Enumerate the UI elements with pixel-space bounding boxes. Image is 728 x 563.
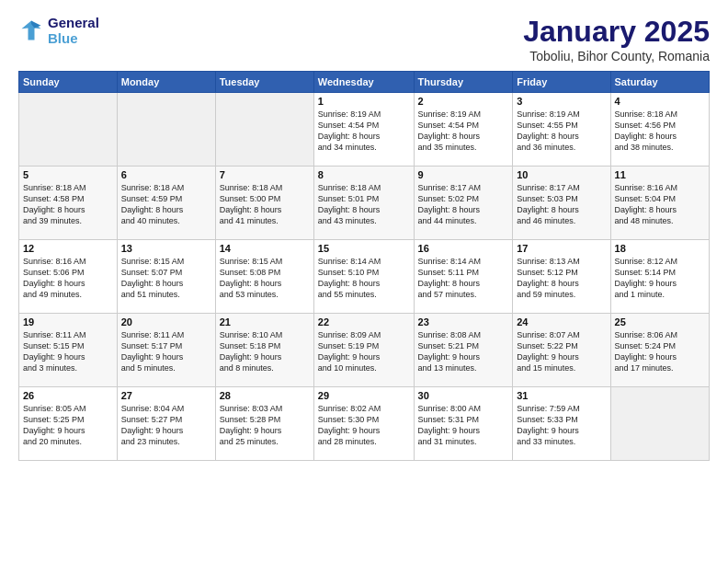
day-info: Sunrise: 8:15 AM Sunset: 5:08 PM Dayligh… — [220, 256, 310, 301]
calendar-day-cell: 28Sunrise: 8:03 AM Sunset: 5:28 PM Dayli… — [215, 387, 313, 461]
calendar-header-row: SundayMondayTuesdayWednesdayThursdayFrid… — [19, 72, 710, 93]
calendar-day-cell — [610, 387, 709, 461]
day-number: 20 — [121, 316, 211, 327]
calendar-day-cell: 1Sunrise: 8:19 AM Sunset: 4:54 PM Daylig… — [313, 93, 414, 167]
calendar-week-row: 19Sunrise: 8:11 AM Sunset: 5:15 PM Dayli… — [19, 314, 710, 387]
calendar-week-row: 1Sunrise: 8:19 AM Sunset: 4:54 PM Daylig… — [19, 93, 710, 167]
day-number: 21 — [220, 316, 310, 327]
calendar-day-cell: 2Sunrise: 8:19 AM Sunset: 4:54 PM Daylig… — [414, 93, 513, 167]
day-number: 16 — [418, 243, 509, 254]
calendar-day-cell: 9Sunrise: 8:17 AM Sunset: 5:02 PM Daylig… — [414, 167, 513, 240]
day-of-week-header: Saturday — [610, 72, 709, 93]
day-number: 2 — [418, 96, 509, 107]
calendar-day-cell: 29Sunrise: 8:02 AM Sunset: 5:30 PM Dayli… — [313, 387, 414, 461]
day-number: 15 — [318, 243, 410, 254]
day-number: 11 — [615, 169, 705, 180]
day-number: 24 — [517, 316, 606, 327]
calendar-week-row: 26Sunrise: 8:05 AM Sunset: 5:25 PM Dayli… — [19, 387, 710, 461]
day-number: 14 — [220, 243, 310, 254]
day-of-week-header: Tuesday — [215, 72, 313, 93]
day-info: Sunrise: 8:14 AM Sunset: 5:10 PM Dayligh… — [318, 256, 410, 301]
calendar-day-cell: 14Sunrise: 8:15 AM Sunset: 5:08 PM Dayli… — [215, 240, 313, 314]
calendar-week-row: 5Sunrise: 8:18 AM Sunset: 4:58 PM Daylig… — [19, 167, 710, 240]
calendar-subtitle: Toboliu, Bihor County, Romania — [523, 49, 710, 63]
calendar-day-cell: 6Sunrise: 8:18 AM Sunset: 4:59 PM Daylig… — [117, 167, 215, 240]
day-info: Sunrise: 8:18 AM Sunset: 4:59 PM Dayligh… — [121, 182, 211, 227]
day-info: Sunrise: 8:17 AM Sunset: 5:03 PM Dayligh… — [517, 182, 606, 227]
day-info: Sunrise: 8:10 AM Sunset: 5:18 PM Dayligh… — [220, 329, 310, 374]
calendar-day-cell: 27Sunrise: 8:04 AM Sunset: 5:27 PM Dayli… — [117, 387, 215, 461]
day-info: Sunrise: 8:02 AM Sunset: 5:30 PM Dayligh… — [318, 403, 410, 448]
day-number: 28 — [220, 390, 310, 401]
day-number: 31 — [517, 390, 606, 401]
day-number: 10 — [517, 169, 606, 180]
day-info: Sunrise: 7:59 AM Sunset: 5:33 PM Dayligh… — [517, 403, 606, 448]
day-info: Sunrise: 8:18 AM Sunset: 4:58 PM Dayligh… — [23, 182, 113, 227]
calendar-day-cell: 3Sunrise: 8:19 AM Sunset: 4:55 PM Daylig… — [513, 93, 610, 167]
day-number: 18 — [615, 243, 705, 254]
day-info: Sunrise: 8:07 AM Sunset: 5:22 PM Dayligh… — [517, 329, 606, 374]
day-number: 7 — [220, 169, 310, 180]
logo-text: General Blue — [48, 15, 99, 46]
calendar-day-cell: 11Sunrise: 8:16 AM Sunset: 5:04 PM Dayli… — [610, 167, 709, 240]
day-of-week-header: Sunday — [19, 72, 118, 93]
day-info: Sunrise: 8:12 AM Sunset: 5:14 PM Dayligh… — [615, 256, 705, 301]
calendar-week-row: 12Sunrise: 8:16 AM Sunset: 5:06 PM Dayli… — [19, 240, 710, 314]
calendar-day-cell: 12Sunrise: 8:16 AM Sunset: 5:06 PM Dayli… — [19, 240, 118, 314]
calendar-day-cell: 4Sunrise: 8:18 AM Sunset: 4:56 PM Daylig… — [610, 93, 709, 167]
day-info: Sunrise: 8:05 AM Sunset: 5:25 PM Dayligh… — [23, 403, 113, 448]
calendar-day-cell: 5Sunrise: 8:18 AM Sunset: 4:58 PM Daylig… — [19, 167, 118, 240]
calendar-day-cell: 15Sunrise: 8:14 AM Sunset: 5:10 PM Dayli… — [313, 240, 414, 314]
calendar-day-cell: 18Sunrise: 8:12 AM Sunset: 5:14 PM Dayli… — [610, 240, 709, 314]
day-info: Sunrise: 8:14 AM Sunset: 5:11 PM Dayligh… — [418, 256, 509, 301]
day-number: 30 — [418, 390, 509, 401]
day-info: Sunrise: 8:11 AM Sunset: 5:17 PM Dayligh… — [121, 329, 211, 374]
day-number: 8 — [318, 169, 410, 180]
calendar-day-cell: 24Sunrise: 8:07 AM Sunset: 5:22 PM Dayli… — [513, 314, 610, 387]
day-number: 13 — [121, 243, 211, 254]
day-info: Sunrise: 8:08 AM Sunset: 5:21 PM Dayligh… — [418, 329, 509, 374]
day-info: Sunrise: 8:18 AM Sunset: 5:01 PM Dayligh… — [318, 182, 410, 227]
calendar-day-cell: 21Sunrise: 8:10 AM Sunset: 5:18 PM Dayli… — [215, 314, 313, 387]
calendar-day-cell: 8Sunrise: 8:18 AM Sunset: 5:01 PM Daylig… — [313, 167, 414, 240]
calendar-table: SundayMondayTuesdayWednesdayThursdayFrid… — [18, 71, 710, 461]
day-of-week-header: Friday — [513, 72, 610, 93]
calendar-title: January 2025 — [523, 15, 710, 49]
day-number: 6 — [121, 169, 211, 180]
day-number: 12 — [23, 243, 113, 254]
day-info: Sunrise: 8:00 AM Sunset: 5:31 PM Dayligh… — [418, 403, 509, 448]
day-info: Sunrise: 8:19 AM Sunset: 4:54 PM Dayligh… — [418, 109, 509, 154]
calendar-day-cell: 25Sunrise: 8:06 AM Sunset: 5:24 PM Dayli… — [610, 314, 709, 387]
day-number: 22 — [318, 316, 410, 327]
calendar-day-cell: 7Sunrise: 8:18 AM Sunset: 5:00 PM Daylig… — [215, 167, 313, 240]
calendar-day-cell: 26Sunrise: 8:05 AM Sunset: 5:25 PM Dayli… — [19, 387, 118, 461]
day-of-week-header: Monday — [117, 72, 215, 93]
calendar-day-cell: 19Sunrise: 8:11 AM Sunset: 5:15 PM Dayli… — [19, 314, 118, 387]
day-info: Sunrise: 8:06 AM Sunset: 5:24 PM Dayligh… — [615, 329, 705, 374]
calendar-day-cell — [19, 93, 118, 167]
day-info: Sunrise: 8:19 AM Sunset: 4:55 PM Dayligh… — [517, 109, 606, 154]
calendar-day-cell: 17Sunrise: 8:13 AM Sunset: 5:12 PM Dayli… — [513, 240, 610, 314]
day-info: Sunrise: 8:16 AM Sunset: 5:04 PM Dayligh… — [615, 182, 705, 227]
day-number: 25 — [615, 316, 705, 327]
calendar-day-cell: 30Sunrise: 8:00 AM Sunset: 5:31 PM Dayli… — [414, 387, 513, 461]
day-number: 19 — [23, 316, 113, 327]
day-number: 9 — [418, 169, 509, 180]
day-info: Sunrise: 8:18 AM Sunset: 4:56 PM Dayligh… — [615, 109, 705, 154]
day-of-week-header: Wednesday — [313, 72, 414, 93]
calendar-day-cell: 22Sunrise: 8:09 AM Sunset: 5:19 PM Dayli… — [313, 314, 414, 387]
day-number: 26 — [23, 390, 113, 401]
day-info: Sunrise: 8:11 AM Sunset: 5:15 PM Dayligh… — [23, 329, 113, 374]
day-number: 27 — [121, 390, 211, 401]
day-info: Sunrise: 8:03 AM Sunset: 5:28 PM Dayligh… — [220, 403, 310, 448]
day-info: Sunrise: 8:15 AM Sunset: 5:07 PM Dayligh… — [121, 256, 211, 301]
calendar-day-cell — [215, 93, 313, 167]
day-number: 5 — [23, 169, 113, 180]
day-info: Sunrise: 8:04 AM Sunset: 5:27 PM Dayligh… — [121, 403, 211, 448]
day-info: Sunrise: 8:17 AM Sunset: 5:02 PM Dayligh… — [418, 182, 509, 227]
day-info: Sunrise: 8:18 AM Sunset: 5:00 PM Dayligh… — [220, 182, 310, 227]
calendar-day-cell: 16Sunrise: 8:14 AM Sunset: 5:11 PM Dayli… — [414, 240, 513, 314]
calendar-day-cell: 31Sunrise: 7:59 AM Sunset: 5:33 PM Dayli… — [513, 387, 610, 461]
logo-icon — [18, 17, 44, 43]
day-number: 1 — [318, 96, 410, 107]
